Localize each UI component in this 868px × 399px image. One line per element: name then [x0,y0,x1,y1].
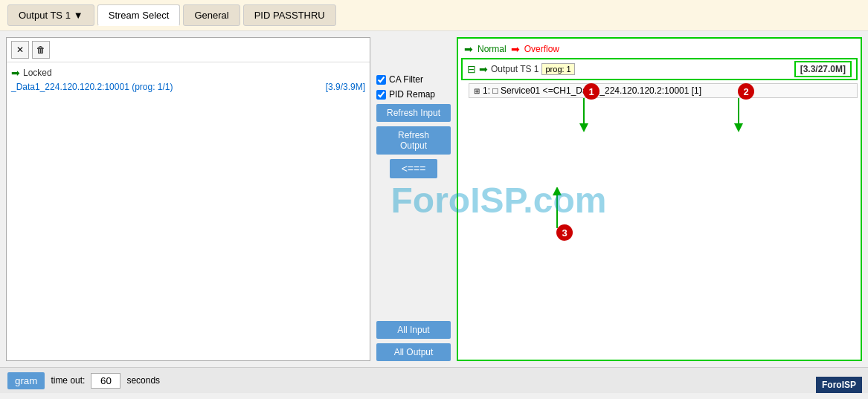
lock-arrow-icon: ➡ [11,67,20,79]
left-content: ➡ Locked _Data1_224.120.120.2:10001 (pro… [7,62,370,360]
bottom-bar: gram time out: seconds [0,367,868,393]
tab-output-ts[interactable]: Output TS 1 ▼ [7,4,94,26]
refresh-output-label: Refresh Output [398,130,429,151]
tab-output-ts-label: Output TS 1 [19,10,71,21]
output-ts-row: ⊟ ➡ Output TS 1 prog: 1 [3.3/27.0M] [461,58,858,80]
ca-filter-checkbox[interactable] [376,75,386,85]
left-toolbar: ✕ 🗑 [7,38,370,62]
all-input-button[interactable]: All Input [376,321,451,339]
close-button[interactable]: ✕ [11,41,29,59]
tab-general[interactable]: General [183,4,239,26]
tab-pid-passthru-label: PID PASSTHRU [254,10,325,21]
stream-label: _Data1_224.120.120.2:10001 (prog: 1/1) [11,82,173,92]
overflow-arrow-icon: ➡ [511,43,520,55]
normal-label: Normal [478,44,507,54]
arrow-label: <=== [402,163,426,175]
right-panel: ➡ Normal ➡ Overflow ⊟ ➡ Output TS 1 prog… [457,37,862,361]
gram-label: gram [15,375,37,386]
main-content: ✕ 🗑 ➡ Locked _Data1_224.120.120.2:10001 … [0,31,868,367]
tab-pid-passthru[interactable]: PID PASSTHRU [243,4,336,26]
ca-filter-row: CA Filter [376,74,451,85]
refresh-input-label: Refresh Input [387,108,440,118]
locked-label: Locked [23,68,52,78]
all-input-label: All Input [397,325,429,335]
seconds-label: seconds [126,375,160,386]
pid-remap-checkbox[interactable] [376,90,386,100]
normal-arrow-icon: ➡ [464,43,473,55]
delete-button[interactable]: 🗑 [32,41,50,59]
refresh-output-button[interactable]: Refresh Output [376,126,451,155]
stream-bitrate: [3.9/3.9M] [326,82,365,92]
locked-row: ➡ Locked [11,67,365,79]
service-expand-icon: ⊞ [474,87,480,95]
assign-arrow-button[interactable]: <=== [390,159,438,178]
dropdown-arrow-icon: ▼ [74,10,83,21]
refresh-input-button[interactable]: Refresh Input [376,104,451,122]
all-output-button[interactable]: All Output [376,343,451,361]
tab-general-label: General [194,10,228,21]
service-label: 1: □ Service01 <=CH1_Data1_224.120.120.2… [483,85,701,96]
overflow-label: Overflow [524,44,559,54]
pid-remap-row: PID Remap [376,89,451,100]
timeout-label: time out: [51,375,85,386]
tab-bar: Output TS 1 ▼ Stream Select General PID … [0,0,868,31]
expand-arrow-icon: ⊟ [467,63,476,75]
gram-button[interactable]: gram [7,372,45,389]
middle-panel: CA Filter PID Remap Refresh Input Refres… [376,37,451,361]
prog-badge: prog: 1 [541,63,574,75]
tab-stream-select-label: Stream Select [109,10,170,21]
ca-filter-label: CA Filter [389,74,423,85]
service-row[interactable]: ⊞ 1: □ Service01 <=CH1_Data1_224.120.120… [469,83,858,98]
timeout-input[interactable] [91,373,120,389]
pid-remap-label: PID Remap [389,89,435,100]
foroisp-badge: ForoISP [816,377,862,393]
all-output-label: All Output [394,347,434,357]
bitrate-display: [3.3/27.0M] [794,61,852,77]
tab-stream-select[interactable]: Stream Select [97,4,181,26]
output-ts-left: ⊟ ➡ Output TS 1 prog: 1 [467,63,575,75]
right-top-row: ➡ Normal ➡ Overflow [461,42,858,56]
left-panel: ✕ 🗑 ➡ Locked _Data1_224.120.120.2:10001 … [6,37,370,361]
output-ts-label: Output TS 1 [491,64,539,74]
ts-arrow-icon: ➡ [479,63,488,75]
stream-row[interactable]: _Data1_224.120.120.2:10001 (prog: 1/1) [… [11,82,365,92]
